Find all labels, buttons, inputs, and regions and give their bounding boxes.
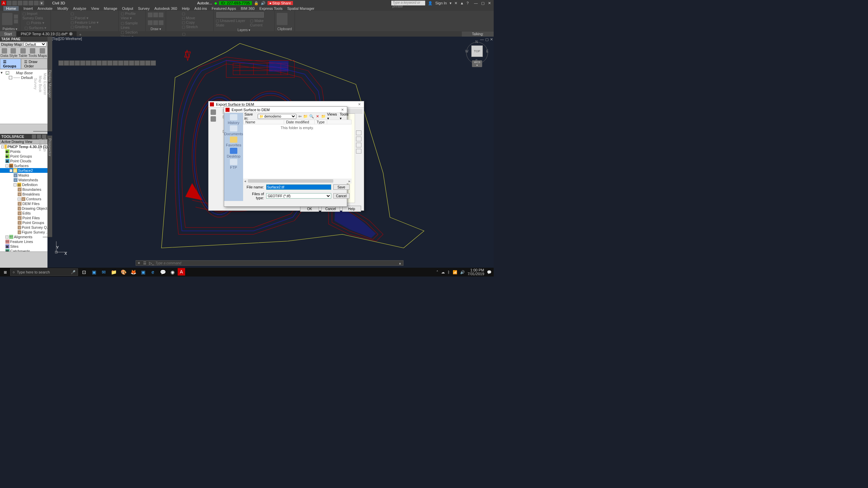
cloud-icon[interactable]: ▲ <box>460 1 464 5</box>
tab-file[interactable]: PNCP Temp 4.30.19 (1).dxf*× <box>17 31 76 37</box>
task-view-icon[interactable]: ⊡ <box>79 268 89 276</box>
save-in-select[interactable]: 📁 demodemo <box>258 114 296 119</box>
place-desktop-icon[interactable] <box>230 148 237 154</box>
default-checkbox[interactable] <box>9 76 12 79</box>
ribbon-tab-featured[interactable]: Featured Apps <box>212 6 236 11</box>
views-menu[interactable]: Views ▾ <box>327 112 339 121</box>
keyword-search-input[interactable]: Type a keyword or phrase <box>391 1 425 5</box>
tp-tab-groups[interactable]: ☰ Groups <box>0 59 21 69</box>
back-icon[interactable]: ⇦ <box>298 114 302 119</box>
qat-open-icon[interactable] <box>12 1 17 5</box>
ribbon-tab-insert[interactable]: Insert <box>23 6 33 11</box>
paste-icon[interactable] <box>277 13 288 25</box>
ribbon-tab-help[interactable]: Help <box>182 6 190 11</box>
draw-poly-icon[interactable] <box>153 20 158 25</box>
panel-label-layers[interactable]: Layers ▾ <box>214 28 274 32</box>
windows-search[interactable]: ○Type here to search🎤 <box>10 268 78 276</box>
app-paint-icon[interactable]: 🎨 <box>119 268 128 276</box>
ribbon-tab-analyze[interactable]: Analyze <box>73 6 86 11</box>
delete-icon[interactable]: ✕ <box>315 114 319 119</box>
command-input[interactable] <box>155 261 397 265</box>
draw-line-icon[interactable] <box>148 13 153 17</box>
tp-table-icon[interactable] <box>20 48 26 54</box>
dialog2-close-button[interactable]: × <box>339 107 346 112</box>
toolspace-icon[interactable] <box>2 13 13 25</box>
tab-start[interactable]: Start <box>0 31 16 37</box>
place-history-icon[interactable] <box>230 114 237 120</box>
maximize-button[interactable]: ▢ <box>481 1 485 5</box>
dlg1-tb1-icon[interactable] <box>211 109 216 115</box>
tray-wifi-icon[interactable]: 📶 <box>453 270 457 274</box>
draw-arc-icon[interactable] <box>153 13 158 17</box>
ribbon-tab-view[interactable]: View <box>91 6 99 11</box>
dlg1-tb2-icon[interactable] <box>211 116 216 122</box>
qat-new-icon[interactable] <box>7 1 12 5</box>
app-edge-icon[interactable]: ▣ <box>89 268 99 276</box>
cancel-button[interactable]: Cancel <box>333 193 350 199</box>
qat-print-icon[interactable] <box>34 1 39 5</box>
tools-menu[interactable]: Tools ▾ <box>340 112 350 121</box>
tp-style-icon[interactable] <box>11 48 16 54</box>
dropdown-icon[interactable]: ▾ <box>450 1 452 5</box>
cmdline-opts-icon[interactable]: ☰ <box>142 261 148 265</box>
draw-spline-icon[interactable] <box>159 20 163 25</box>
file-list-header[interactable]: Name Date modified Type <box>243 120 352 124</box>
dlg1-sel3-icon[interactable] <box>356 149 361 154</box>
place-documents-icon[interactable] <box>230 125 237 131</box>
ribbon-tab-bim360[interactable]: BIM 360 <box>241 6 255 11</box>
place-favorites-icon[interactable] <box>230 137 237 143</box>
place-ftp-icon[interactable] <box>230 159 237 165</box>
ribbon-tab-manage[interactable]: Manage <box>104 6 117 11</box>
newfolder-icon[interactable]: 📁 <box>321 114 326 119</box>
search-icon[interactable]: 🔍 <box>309 114 314 119</box>
file-type-select[interactable]: GEOTIFF (*.tif) <box>266 193 331 199</box>
ribbon-tab-annotate[interactable]: Annotate <box>38 6 53 11</box>
tray-expand-icon[interactable]: ˄ <box>436 270 438 274</box>
tab-new-button[interactable]: + <box>77 33 83 37</box>
panel-btn2-icon[interactable] <box>14 19 18 23</box>
system-clock[interactable]: 1:00 PM 7/31/2019 <box>468 268 484 276</box>
vtab-toolbox[interactable]: Toolbox <box>38 136 43 237</box>
ribbon-tab-a360[interactable]: Autodesk 360 <box>154 6 177 11</box>
viewcube[interactable]: N S E W TOP WCS ▾ <box>465 40 489 74</box>
qat-save-icon[interactable] <box>18 1 22 5</box>
sign-in-link[interactable]: Sign In <box>435 1 447 5</box>
tray-volume-icon[interactable]: 🔊 <box>460 270 465 274</box>
dialog1-close-button[interactable]: × <box>356 102 362 107</box>
app-autocad-icon[interactable]: A <box>178 268 185 276</box>
help-icon[interactable]: ? <box>467 1 469 5</box>
ribbon-tab-spatial[interactable]: Spatial Manager <box>287 6 314 11</box>
ribbon-tab-express[interactable]: Express Tools <box>259 6 282 11</box>
qat-undo-icon[interactable] <box>23 1 28 5</box>
minimize-button[interactable]: — <box>474 1 478 5</box>
app-firefox-icon[interactable]: 🦊 <box>129 268 138 276</box>
tray-bluetooth-icon[interactable]: ᛒ <box>448 270 450 274</box>
dlg1-sel1-icon[interactable] <box>356 137 361 141</box>
exchange-icon[interactable]: ✕ <box>454 1 457 5</box>
app-explorer-icon[interactable]: 📁 <box>109 268 118 276</box>
panel-label-palettes[interactable]: Palettes ▾ <box>0 27 20 31</box>
tray-onedrive-icon[interactable]: ☁ <box>441 270 445 274</box>
vtab-map-explorer[interactable]: Map Explorer <box>43 37 47 131</box>
mic-icon[interactable]: 🎤 <box>71 270 76 274</box>
vtab-prospector[interactable]: Prospector <box>47 136 52 237</box>
ts-ic1[interactable] <box>32 135 36 139</box>
tab-close-icon[interactable]: × <box>69 32 73 36</box>
ribbon-tab-output[interactable]: Output <box>122 6 133 11</box>
qat-more-icon[interactable]: ▾ <box>39 1 44 5</box>
up-icon[interactable]: 📁 <box>303 114 308 119</box>
panel-label-clipboard[interactable]: Clipboard <box>275 27 295 31</box>
ribbon-tab-modify[interactable]: Modify <box>57 6 68 11</box>
file-list-hscroll[interactable]: ◂▸ <box>243 179 352 183</box>
command-line[interactable]: ✕ ☰ ▷_ ▴ <box>136 260 403 266</box>
panel-label-draw[interactable]: Draw ▾ <box>146 27 166 31</box>
cmdline-expand-icon[interactable]: ▴ <box>397 261 403 265</box>
vtab-survey[interactable]: Survey <box>33 37 38 131</box>
app-chrome-icon[interactable]: ◉ <box>168 268 177 276</box>
stop-share-button[interactable]: Stop Share <box>268 1 293 5</box>
draw-circle-icon[interactable] <box>159 13 163 17</box>
mapbase-checkbox[interactable] <box>6 71 9 75</box>
file-name-input[interactable] <box>266 184 331 190</box>
ribbon-tab-survey[interactable]: Survey <box>138 6 150 11</box>
ribbon-tab-home[interactable]: Home <box>3 6 19 11</box>
